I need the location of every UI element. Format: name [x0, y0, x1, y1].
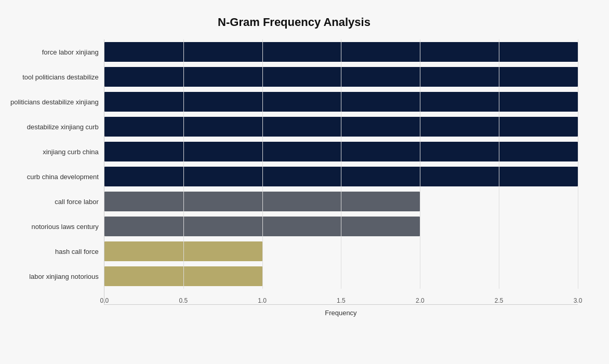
grid-line [183, 39, 184, 289]
grid-line [420, 39, 420, 289]
y-label: curb china development [27, 173, 99, 180]
y-label: labor xinjiang notorious [29, 273, 99, 280]
chart-area: force labor xinjiangtool politicians des… [10, 39, 578, 305]
plot-area: 0.00.51.01.52.02.53.0 Frequency [104, 39, 578, 305]
chart-title: N-Gram Frequency Analysis [10, 16, 578, 29]
x-axis-title: Frequency [104, 309, 578, 317]
bars-container: 0.00.51.01.52.02.53.0 [104, 39, 578, 305]
grid-line [341, 39, 341, 289]
grid-line [499, 39, 499, 289]
x-tick: 2.5 [495, 297, 504, 304]
y-labels: force labor xinjiangtool politicians des… [10, 39, 104, 305]
chart-container: N-Gram Frequency Analysis force labor xi… [0, 0, 609, 364]
y-label: destabilize xinjiang curb [27, 124, 99, 130]
grid-line [578, 39, 578, 289]
y-label: politicians destabilize xinjiang [10, 99, 99, 105]
x-tick: 2.0 [416, 297, 425, 304]
y-label: tool politicians destabilize [22, 74, 99, 80]
x-tick: 0.0 [100, 297, 109, 304]
y-label: xinjiang curb china [43, 149, 99, 155]
x-axis-labels: 0.00.51.01.52.02.53.0 [104, 289, 578, 304]
y-label: force labor xinjiang [42, 49, 99, 56]
x-tick: 1.5 [337, 297, 346, 304]
x-tick: 1.0 [258, 297, 267, 304]
x-tick: 0.5 [179, 297, 188, 304]
y-label: hash call force [55, 248, 99, 255]
x-tick: 3.0 [574, 297, 582, 304]
y-label: call force labor [55, 198, 99, 205]
grid-line [262, 39, 263, 289]
y-label: notorious laws century [31, 223, 98, 230]
